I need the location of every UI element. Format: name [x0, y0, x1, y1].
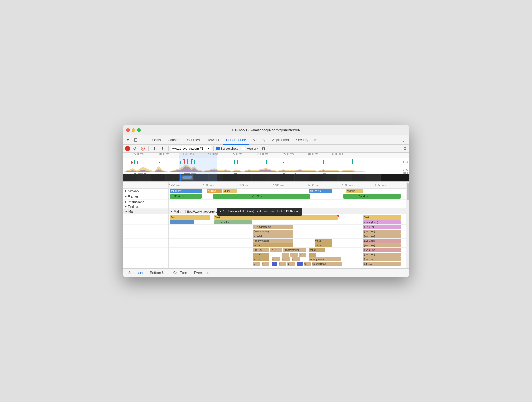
- even-ire-block[interactable]: Even...ire: [363, 248, 401, 252]
- task-block-task3[interactable]: Task: [363, 215, 401, 220]
- eve-nce-block[interactable]: Eve...nce: [363, 239, 401, 243]
- timings-row-label[interactable]: Timings: [123, 204, 168, 209]
- network-item-xel[interactable]: xel.gif (px...: [170, 189, 202, 193]
- tab-sources[interactable]: Sources: [184, 135, 203, 145]
- anonymous-right3-block[interactable]: (ano...us): [363, 243, 401, 247]
- anonymous-right4-block[interactable]: (ano...us): [363, 253, 401, 257]
- anonymous-right1-block[interactable]: (ano...us): [363, 230, 401, 234]
- e1-block[interactable]: e: [253, 262, 260, 266]
- tab-security[interactable]: Security: [292, 135, 312, 145]
- detail-tick-1250: 1250 ms: [169, 184, 180, 187]
- task-block-task1[interactable]: Task: [170, 215, 210, 220]
- t7-block[interactable]: t: [287, 262, 295, 266]
- value1-block[interactable]: value: [315, 239, 332, 243]
- upload-button[interactable]: ⬆: [151, 145, 158, 152]
- task-level8-row: value T T T t (ano...us): [169, 252, 406, 257]
- right-scrollbar[interactable]: [406, 182, 409, 268]
- xhr-load-block[interactable]: XHR Load (c...: [214, 220, 252, 224]
- clear-button[interactable]: 🚫: [139, 145, 146, 152]
- t4-block[interactable]: t: [309, 253, 316, 257]
- refresh-button[interactable]: ↺: [131, 145, 138, 152]
- timeline-overview[interactable]: 500 ms 1000 ms 1500 ms 2000 ms 2500 ms 3…: [123, 153, 409, 181]
- screenshot-thumb: [280, 174, 295, 181]
- s2-block[interactable]: s...: [282, 257, 290, 261]
- cpu-row: CPU: [123, 164, 409, 172]
- anonymous4-block[interactable]: (anonymous): [309, 257, 341, 261]
- cursor-icon[interactable]: [125, 137, 132, 143]
- flame-chart-area[interactable]: 1250 ms 1300 ms 1350 ms 1400 ms 1450 ms …: [169, 182, 406, 268]
- network-item-ahr0c[interactable]: aHR0c: [207, 189, 222, 193]
- t2-block[interactable]: T: [290, 253, 298, 257]
- timeline-selection[interactable]: [179, 153, 217, 181]
- record-button[interactable]: [125, 146, 130, 151]
- mobile-icon[interactable]: [132, 137, 139, 143]
- network-item-cygnus[interactable]: cygnus: [346, 189, 363, 193]
- more-tabs-button[interactable]: »: [312, 135, 318, 145]
- frames-row-label[interactable]: Frames: [123, 193, 168, 200]
- value3-block[interactable]: value: [315, 243, 332, 247]
- sub-task-label-row4: [123, 234, 168, 239]
- func-all-block[interactable]: Func...all: [363, 225, 401, 229]
- tab-call-tree[interactable]: Call Tree: [170, 269, 191, 277]
- purple-block1[interactable]: [272, 262, 277, 266]
- run-microtasks-block[interactable]: Run Microtasks: [253, 225, 293, 229]
- e2-block[interactable]: e: [304, 262, 311, 266]
- minimize-button[interactable]: [132, 128, 135, 132]
- tab-memory[interactable]: Memory: [249, 135, 269, 145]
- toolbar-divider-4: [168, 146, 169, 151]
- ep-ss-block[interactable]: e.p...ss: [363, 262, 401, 266]
- t3-block[interactable]: T: [299, 253, 306, 257]
- tab-network[interactable]: Network: [203, 135, 223, 145]
- task-block-task2[interactable]: Task: [214, 215, 338, 220]
- tab-elements[interactable]: Elements: [143, 135, 164, 145]
- window-title: DevTools - www.google.com/gmail/about/: [232, 128, 300, 132]
- download-button[interactable]: ⬇: [159, 145, 166, 152]
- ans-block[interactable]: (an...s): [253, 248, 269, 252]
- anonymous1-block[interactable]: (anonymous): [253, 230, 293, 234]
- value5-block[interactable]: value: [253, 253, 269, 257]
- a-block[interactable]: (a...): [270, 248, 282, 252]
- e-install-block[interactable]: e.install: [253, 234, 293, 238]
- network-row-label[interactable]: Network: [123, 189, 168, 193]
- anonymous2-block[interactable]: (anonymous): [253, 239, 293, 243]
- main-row-label[interactable]: Main: [123, 209, 168, 214]
- devtools-menu-button[interactable]: ⋮: [400, 137, 407, 143]
- tooltip-task-label: Task: [255, 210, 262, 213]
- t6-block[interactable]: t: [279, 262, 286, 266]
- network-item-m6ly[interactable]: M6Ly...: [223, 189, 237, 193]
- do-c-block[interactable]: DO...C: [170, 220, 194, 224]
- purple-block2[interactable]: [297, 262, 303, 266]
- timeline-ruler: 500 ms 1000 ms 1500 ms 2000 ms 2500 ms 3…: [123, 153, 409, 158]
- memory-checkbox-group: Memory: [242, 147, 258, 150]
- s1-block[interactable]: s...: [272, 257, 280, 261]
- tab-application[interactable]: Application: [269, 135, 292, 145]
- value2-block[interactable]: value: [253, 243, 293, 247]
- url-select[interactable]: www.theverge.com #1 ▾: [171, 146, 211, 151]
- tab-event-log[interactable]: Event Log: [191, 269, 213, 277]
- clear-recording-button[interactable]: 🗑: [261, 146, 265, 151]
- i1-block[interactable]: i...: [292, 257, 300, 261]
- event-load-block[interactable]: Event (load): [363, 220, 401, 224]
- interactions-label: Interactions: [128, 200, 144, 204]
- tab-summary[interactable]: Summary: [125, 269, 146, 277]
- tab-console[interactable]: Console: [164, 135, 184, 145]
- network-item-bid[interactable]: bid (aax.ai: [309, 189, 332, 193]
- anonymous-right2-block[interactable]: (ano...us): [363, 234, 401, 238]
- value4-block[interactable]: value: [309, 248, 325, 252]
- anonymous5-block[interactable]: (anonymous): [312, 262, 342, 266]
- screenshot-thumb: [295, 174, 309, 181]
- interactions-row-label[interactable]: Interactions: [123, 200, 168, 204]
- memory-checkbox[interactable]: [242, 147, 245, 150]
- close-button[interactable]: [126, 128, 130, 132]
- tab-performance[interactable]: Performance: [223, 135, 249, 145]
- t5-block[interactable]: t: [262, 262, 269, 266]
- value6-block[interactable]: value: [253, 257, 269, 261]
- maximize-button[interactable]: [137, 128, 141, 132]
- tab-bottom-up[interactable]: Bottom-Up: [146, 269, 170, 277]
- anonymous3-block[interactable]: (anonymous): [283, 248, 306, 252]
- t1-block[interactable]: T: [282, 253, 289, 257]
- settings-button[interactable]: ⚙: [403, 146, 407, 151]
- scrollbar-thumb[interactable]: [407, 183, 409, 200]
- an-us-block[interactable]: (an...us): [363, 257, 401, 261]
- screenshots-checkbox[interactable]: ✓: [216, 147, 220, 150]
